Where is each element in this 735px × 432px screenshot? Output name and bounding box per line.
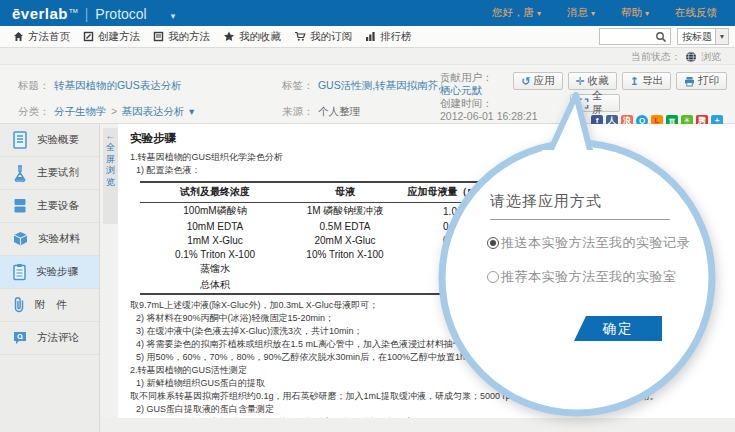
apply-icon: ↺ [521, 76, 530, 87]
feedback-link[interactable]: 在线反馈 [675, 6, 717, 20]
confirm-button[interactable]: 确定 [574, 316, 662, 341]
sidebar-item-materials[interactable]: 实验材料 [0, 223, 99, 256]
product-name: Protocol [95, 6, 146, 22]
category-row: 分类： 分子生物学 > 基因表达分析 ▾ [18, 101, 194, 119]
fullscreen-strip-char: 全 [106, 142, 115, 153]
status-row: 当前状态： 浏览 [631, 50, 721, 64]
radio-unselected-icon[interactable] [487, 271, 499, 283]
equipment-icon [12, 197, 28, 215]
logo[interactable]: ēverlab TM | Protocol ▾ [12, 5, 175, 22]
steps-clipboard-icon [12, 263, 27, 281]
category-label: 分类： [18, 105, 50, 117]
table-header: 试剂及最终浓度 [140, 182, 290, 203]
search-icon [655, 31, 667, 43]
cart-icon [294, 31, 306, 42]
nav-bar: 方法首页 创建方法 我的方法 我的收藏 我的订阅 排行榜 按标题 [0, 26, 735, 48]
nav-item-my-methods[interactable]: 我的方法 [153, 30, 210, 44]
chart-icon [365, 31, 376, 42]
contributor-label: 贡献用户： [440, 71, 493, 83]
chevron-down-icon: ▾ [645, 9, 649, 18]
sidebar-item-equipment[interactable]: 主要设备 [0, 190, 99, 223]
status-label: 当前状态： [631, 50, 681, 64]
title-label: 标题： [18, 79, 50, 91]
nav-item-create[interactable]: 创建方法 [83, 30, 140, 44]
print-icon [684, 76, 695, 87]
logo-divider: | [85, 6, 89, 22]
option-push-to-records[interactable]: 推送本实验方法至我的实验记录 [487, 234, 690, 252]
nav-right: 按标题 ▼ [599, 28, 729, 45]
search-box [599, 28, 671, 45]
nav-item-subscriptions[interactable]: 我的订阅 [294, 30, 352, 44]
chevron-down-icon[interactable]: ▾ [171, 11, 176, 21]
source-row: 来源： 个人整理 [282, 101, 360, 119]
star-icon [223, 31, 235, 42]
chevron-down-icon[interactable]: ▼ [715, 29, 728, 44]
radio-selected-icon[interactable] [487, 237, 499, 249]
apply-mode-dialog: 请选择应用方式 推送本实验方法至我的实验记录 推荐本实验方法至我的实验室 确定 [430, 88, 730, 418]
fullscreen-strip-char: 浏 [106, 165, 115, 176]
flask-icon [12, 164, 28, 182]
fullscreen-strip-char: 览 [106, 177, 115, 188]
category-separator: > [111, 105, 117, 117]
summary-doc-icon [12, 131, 28, 149]
brand-name: ēverlab [12, 5, 68, 22]
material-box-icon [12, 230, 29, 248]
help-menu[interactable]: 帮助▾ [621, 6, 649, 20]
sidebar-item-steps[interactable]: 实验步骤 [0, 256, 99, 289]
nav-item-favorites[interactable]: 我的收藏 [223, 30, 281, 44]
search-filter-value: 按标题 [678, 30, 715, 44]
chevron-down-icon: ▾ [537, 9, 541, 18]
app-window: ēverlab TM | Protocol ▾ 您好，唐▾ 消息▾ 帮助▾ 在线… [0, 0, 735, 432]
category-main-link[interactable]: 分子生物学 [54, 105, 107, 117]
sidebar: 实验概要 主要试剂 主要设备 实验材料 实验步骤 附 件 方法评论 [0, 124, 100, 432]
source-label: 来源： [282, 105, 314, 117]
home-icon [13, 31, 24, 42]
search-input[interactable] [600, 30, 652, 43]
chevron-down-icon: ▾ [591, 9, 595, 18]
create-icon [83, 31, 94, 42]
chevron-down-icon[interactable]: ▾ [189, 105, 194, 117]
favorite-plus-icon: ✛ [576, 76, 585, 87]
category-sub-link[interactable]: 基因表达分析 [122, 105, 185, 117]
sidebar-item-reagents[interactable]: 主要试剂 [0, 157, 99, 190]
messages-menu[interactable]: 消息▾ [567, 6, 595, 20]
folder-icon [153, 31, 164, 42]
sidebar-item-overview[interactable]: 实验概要 [0, 124, 99, 157]
fullscreen-strip-char: 屏 [106, 154, 115, 165]
nav-item-home[interactable]: 方法首页 [13, 30, 70, 44]
nav-item-leaderboard[interactable]: 排行榜 [365, 30, 412, 44]
fullscreen-browse-strip[interactable]: ← 全 屏 浏 览 [103, 128, 118, 224]
tags-links[interactable]: GUS活性测,转基因拟南芥,GUS组织化.. [318, 79, 442, 91]
dialog-title: 请选择应用方式 [490, 192, 602, 211]
top-menu: 您好，唐▾ 消息▾ 帮助▾ 在线反馈 [492, 6, 717, 20]
paperclip-icon [12, 296, 26, 314]
sidebar-item-comments[interactable]: 方法评论 [0, 322, 99, 355]
left-arrow-icon: ← [106, 131, 116, 141]
protocol-title-link[interactable]: 转基因植物的GUS表达分析 [54, 79, 182, 91]
sidebar-item-attachments[interactable]: 附 件 [0, 289, 99, 322]
dialog-divider [490, 219, 670, 220]
title-row: 标题： 转基因植物的GUS表达分析 [18, 75, 182, 93]
comment-icon [12, 330, 28, 346]
export-icon: ↥ [630, 76, 639, 87]
status-value: 浏览 [701, 50, 721, 64]
option-recommend-to-lab[interactable]: 推荐本实验方法至我的实验室 [487, 268, 677, 286]
search-filter-select[interactable]: 按标题 ▼ [677, 28, 729, 45]
source-value: 个人整理 [318, 105, 360, 117]
user-menu[interactable]: 您好，唐▾ [492, 6, 541, 20]
table-header: 母液 [290, 182, 400, 203]
top-bar: ēverlab TM | Protocol ▾ 您好，唐▾ 消息▾ 帮助▾ 在线… [0, 0, 735, 26]
globe-status-icon [685, 51, 697, 63]
tags-row: 标签： GUS活性测,转基因拟南芥,GUS组织化.. [282, 75, 442, 93]
search-button[interactable] [652, 29, 670, 44]
trademark: TM [69, 8, 78, 14]
tags-label: 标签： [282, 79, 314, 91]
